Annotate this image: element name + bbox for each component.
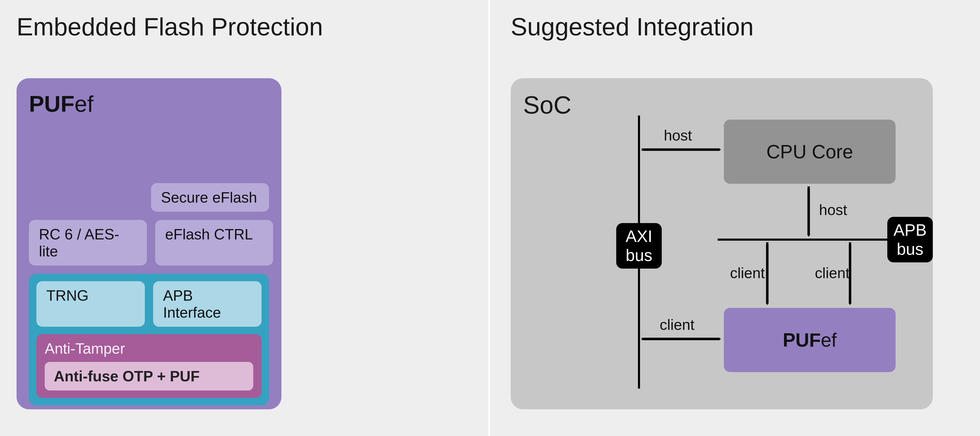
block-axi-bus: AXI bus xyxy=(616,223,662,269)
block-anti-fuse-otp-puf: Anti-fuse OTP + PUF xyxy=(45,362,253,390)
label-host-cpu-axi: host xyxy=(664,127,692,144)
left-title: Embedded Flash Protection xyxy=(17,13,472,41)
label-host-cpu-apb: host xyxy=(819,201,847,218)
block-eflash-ctrl: eFlash CTRL xyxy=(155,220,273,266)
axi-bus-label-l2: bus xyxy=(626,246,652,265)
panel-suggested-integration: Suggested Integration SoC xyxy=(490,0,980,436)
block-pufef: PUFef xyxy=(724,308,896,372)
row-trng-apb: TRNG APB Interface xyxy=(37,281,262,327)
cpu-core-label: CPU Core xyxy=(766,141,853,163)
anti-tamper-label: Anti-Tamper xyxy=(45,340,253,357)
block-secure-eflash: Secure eFlash xyxy=(151,183,269,212)
block-apb-interface: APB Interface xyxy=(153,281,262,327)
apb-bus-label-l1: APB xyxy=(894,221,927,240)
block-rc6-aes-lite: RC 6 / AES-lite xyxy=(29,220,147,266)
apb-bus-label: APB bus xyxy=(894,221,927,259)
apb-bus-label-l2: bus xyxy=(894,240,927,259)
pufef-label: PUFef xyxy=(783,329,837,351)
soc-box: SoC CPU Core xyxy=(511,78,933,409)
blue-wrap: TRNG APB Interface Anti-Tamper Anti-fuse… xyxy=(29,274,269,406)
block-apb-bus: APB bus xyxy=(887,217,933,263)
axi-bus-label: AXI bus xyxy=(626,227,652,265)
block-cpu-core: CPU Core xyxy=(724,119,896,184)
pufef-label-bold: PUF xyxy=(783,329,821,350)
pufef-title-rest: ef xyxy=(75,91,94,116)
pufef-label-rest: ef xyxy=(821,329,837,350)
pufef-box: PUFef Secure eFlash RC 6 / AES-lite eFla… xyxy=(17,78,282,409)
row-secure-eflash: Secure eFlash xyxy=(29,183,269,212)
block-anti-tamper: Anti-Tamper Anti-fuse OTP + PUF xyxy=(37,334,262,398)
block-trng: TRNG xyxy=(37,281,145,327)
pufef-box-title: PUFef xyxy=(29,91,269,117)
panel-embedded-flash-protection: Embedded Flash Protection PUFef Secure e… xyxy=(0,0,490,436)
label-client-pufef-apb-left: client xyxy=(730,264,765,282)
row-rc6-eflashctrl: RC 6 / AES-lite eFlash CTRL xyxy=(29,220,269,266)
right-title: Suggested Integration xyxy=(511,13,963,41)
axi-bus-label-l1: AXI xyxy=(626,227,652,246)
label-client-pufef-axi: client xyxy=(660,316,694,333)
label-client-pufef-apb-right: client xyxy=(815,264,850,282)
pufef-title-bold: PUF xyxy=(29,91,75,116)
